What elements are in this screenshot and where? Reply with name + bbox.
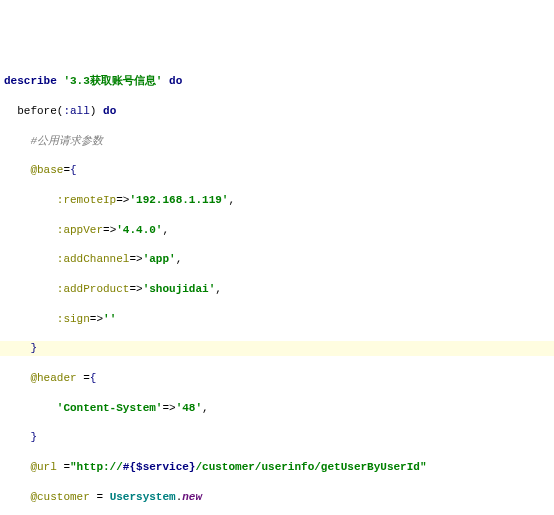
code-line: :appVer=>'4.4.0',	[0, 223, 554, 238]
code-line: }	[0, 430, 554, 445]
code-line: @header ={	[0, 371, 554, 386]
hash-key: :appVer	[57, 224, 103, 236]
ivar: @customer	[30, 491, 89, 503]
comment: #公用请求参数	[30, 135, 103, 147]
string: "http://	[70, 461, 123, 473]
kw-do: do	[103, 105, 116, 117]
string-interp: #{$service}	[123, 461, 196, 473]
ivar: @header	[30, 372, 76, 384]
code-line: @base={	[0, 163, 554, 178]
hash-key: :sign	[57, 313, 90, 325]
code-line: @url ="http://#{$service}/customer/useri…	[0, 460, 554, 475]
string: 'app'	[143, 253, 176, 265]
brace-close: }	[30, 431, 37, 443]
code-line: before(:all) do	[0, 104, 554, 119]
string: 'Content-System'	[57, 402, 163, 414]
hash-key: :addChannel	[57, 253, 130, 265]
code-line: 'Content-System'=>'48',	[0, 401, 554, 416]
class-name: Usersystem	[110, 491, 176, 503]
hash-key: :remoteIp	[57, 194, 116, 206]
code-line: #公用请求参数	[0, 134, 554, 149]
hash-key: :addProduct	[57, 283, 130, 295]
code-line: :addProduct=>'shoujidai',	[0, 282, 554, 297]
string: '192.168.1.119'	[129, 194, 228, 206]
code-line-highlighted: }	[0, 341, 554, 356]
kw-describe: describe	[4, 75, 57, 87]
code-line: @customer = Usersystem.new	[0, 490, 554, 505]
fn-before: before	[17, 105, 57, 117]
ivar: @base	[30, 164, 63, 176]
string: '48'	[176, 402, 202, 414]
string: /customer/userinfo/getUserByUserId"	[195, 461, 426, 473]
code-line: describe '3.3获取账号信息' do	[0, 74, 554, 89]
kw-do: do	[169, 75, 182, 87]
method: new	[182, 491, 202, 503]
string: '3.3获取账号信息'	[63, 75, 162, 87]
string: ''	[103, 313, 116, 325]
code-line: :sign=>''	[0, 312, 554, 327]
ivar: @url	[30, 461, 56, 473]
code-line: :addChannel=>'app',	[0, 252, 554, 267]
symbol: :all	[63, 105, 89, 117]
brace-close: }	[30, 342, 37, 354]
code-line: :remoteIp=>'192.168.1.119',	[0, 193, 554, 208]
string: 'shoujidai'	[143, 283, 216, 295]
code-view: describe '3.3获取账号信息' do before(:all) do …	[0, 59, 554, 515]
string: '4.4.0'	[116, 224, 162, 236]
